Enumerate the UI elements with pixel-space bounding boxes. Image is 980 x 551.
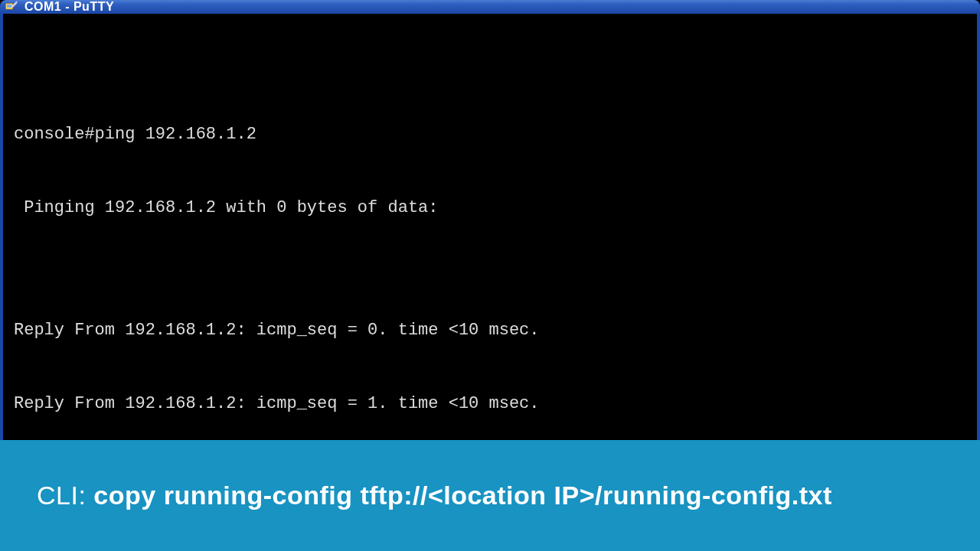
banner-label: CLI: <box>37 481 86 510</box>
terminal-line: Reply From 192.168.1.2: icmp_seq = 1. ti… <box>14 392 977 416</box>
titlebar[interactable]: COM1 - PuTTY <box>0 0 980 14</box>
terminal-line: console#ping 192.168.1.2 <box>14 122 977 147</box>
svg-rect-1 <box>7 5 11 8</box>
putty-window: COM1 - PuTTY console#ping 192.168.1.2 Pi… <box>0 0 980 436</box>
terminal-line: Reply From 192.168.1.2: icmp_seq = 0. ti… <box>14 318 977 343</box>
window-title: COM1 - PuTTY <box>24 0 114 14</box>
banner-command: copy running-config tftp://<location IP>… <box>93 481 831 510</box>
terminal-line: Pinging 192.168.1.2 with 0 bytes of data… <box>14 196 977 220</box>
putty-icon <box>5 0 18 14</box>
instruction-banner: CLI: copy running-config tftp://<locatio… <box>0 440 980 551</box>
